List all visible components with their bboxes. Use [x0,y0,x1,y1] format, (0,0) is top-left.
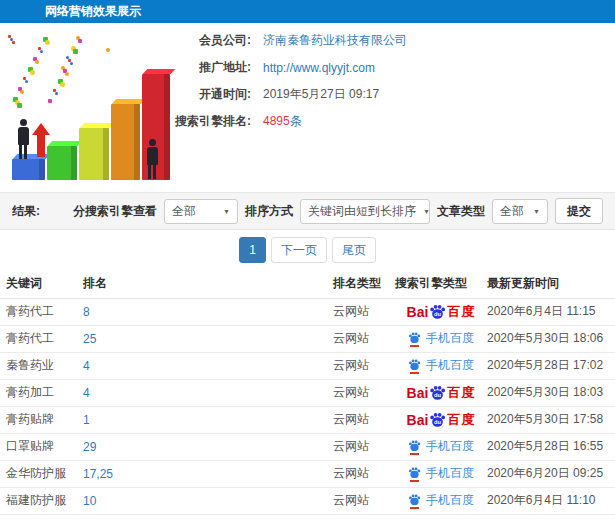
keyword-cell: 膏药贴牌 [0,406,83,433]
updated-cell [487,514,615,520]
engine-cell: Bai du 百度 [395,298,487,325]
engine-select-value: 全部 [172,203,196,220]
mobile-baidu-paw-icon [408,466,421,482]
rank-link[interactable]: 29 [83,433,333,460]
engine-cell: 手机百度 [395,352,487,379]
growth-arrow-icon [32,123,50,157]
table-row: 福建防护服 10 云网站 手机百度 2020年6月4日 11:10 [0,487,615,514]
mobile-baidu-badge: 手机百度 [408,492,474,509]
rank-type-cell: 云网站 [333,460,395,487]
filter-bar: 结果: 分搜索引擎查看 全部 ▼ 排序方式 关键词由短到长排序 ▼ 文章类型 全… [0,192,615,230]
baidu-logo: Bai du 百度 [407,303,476,321]
pagination: 1 下一页 尾页 [0,230,615,270]
col-header-engine-type: 搜索引擎类型 [395,270,487,298]
table-row: 金华防护服 17,25 云网站 手机百度 2020年6月20日 0 [0,460,615,487]
rank-type-cell: 云网站 [333,379,395,406]
rank-link[interactable]: 25 [83,325,333,352]
info-label: 会员公司: [175,32,251,49]
col-header-rank: 排名 [83,270,333,298]
rank-link[interactable]: 17,25 [83,460,333,487]
updated-cell: 2020年5月28日 17:02 [487,352,615,379]
chevron-down-icon: ▼ [223,208,230,215]
keyword-cell: 秦鲁药业 [0,352,83,379]
rank-link[interactable]: 4 [83,352,333,379]
engine-cell: 手机百度 [395,325,487,352]
svg-text:du: du [434,392,441,398]
updated-cell: 2020年5月30日 18:06 [487,325,615,352]
mobile-baidu-paw-icon [408,358,421,374]
baidu-logo: Bai du 百度 [407,411,476,429]
article-type-label: 文章类型 [437,203,485,220]
mobile-baidu-label: 手机百度 [426,438,474,455]
mobile-baidu-paw-icon [408,331,421,347]
bar-chart-illustration [8,35,173,180]
mobile-baidu-paw-icon [408,439,421,455]
company-info: 会员公司: 济南秦鲁药业科技有限公司 推广地址: http://www.qlyy… [175,27,407,135]
businessman-left-figure [15,119,31,159]
rank-type-cell: 云网站 [333,487,395,514]
rank-link[interactable]: 1 [83,406,333,433]
article-type-select[interactable]: 全部 ▼ [492,199,548,224]
summary-section: 会员公司: 济南秦鲁药业科技有限公司 推广地址: http://www.qlyy… [0,23,615,192]
rank-type-cell [333,514,395,520]
article-type-select-value: 全部 [500,203,524,220]
baidu-logo-cn-text: 百度 [447,303,475,321]
info-value[interactable]: http://www.qlyyjt.com [263,61,375,75]
keyword-cell: 金华防护服 [0,460,83,487]
ranking-table: 关键词 排名 排名类型 搜索引擎类型 最新更新时间 膏药代工 8 云网站 Bai… [0,270,615,520]
engine-filter-label: 分搜索引擎查看 [73,203,157,220]
info-value: 2019年5月27日 09:17 [263,86,379,103]
updated-cell: 2020年6月4日 11:15 [487,298,615,325]
rank-type-cell: 云网站 [333,433,395,460]
engine-cell: 手机百度 [395,487,487,514]
keyword-cell: 福建防护服 [0,487,83,514]
mobile-baidu-label: 手机百度 [426,492,474,509]
baidu-logo-bai-text: Bai [407,412,429,428]
mobile-baidu-label: 手机百度 [426,465,474,482]
baidu-paw-icon: du [429,384,446,401]
info-label: 搜索引擎排名: [175,113,251,130]
updated-cell: 2020年6月4日 11:10 [487,487,615,514]
engine-select[interactable]: 全部 ▼ [164,199,238,224]
sort-select[interactable]: 关键词由短到长排序 ▼ [300,199,430,224]
next-page-button[interactable]: 下一页 [271,237,327,263]
mobile-baidu-badge: 手机百度 [408,357,474,374]
result-label: 结果: [12,203,40,220]
info-row: 会员公司: 济南秦鲁药业科技有限公司 [175,27,407,54]
table-row: 膏药加工 4 云网站 Bai du 百度 2020年5月30日 18:03 [0,379,615,406]
info-value[interactable]: 济南秦鲁药业科技有限公司 [263,32,407,49]
table-row: 膏药贴牌 1 云网站 Bai du 百度 2020年5月30日 17:58 [0,406,615,433]
rank-link[interactable]: 4 [83,379,333,406]
updated-cell: 2020年5月30日 17:58 [487,406,615,433]
mobile-baidu-label: 手机百度 [426,330,474,347]
rank-link[interactable]: 8 [83,298,333,325]
rank-link[interactable]: 10 [83,487,333,514]
title-bar: 网络营销效果展示 [0,0,615,23]
mobile-baidu-badge: 手机百度 [408,465,474,482]
engine-cell: 手机百度 [395,514,487,520]
baidu-logo-cn-text: 百度 [447,384,475,402]
rank-type-cell: 云网站 [333,298,395,325]
baidu-paw-icon: du [429,411,446,428]
table-row: 膏药代工 25 云网站 手机百度 2020年5月30日 18:06 [0,325,615,352]
keyword-cell: 膏药代工 [0,298,83,325]
chevron-down-icon: ▼ [423,208,430,215]
engine-cell: 手机百度 [395,460,487,487]
rank-type-cell: 云网站 [333,406,395,433]
rank-link[interactable] [83,514,333,520]
table-row: 手机百度 [0,514,615,520]
updated-cell: 2020年6月20日 09:25 [487,460,615,487]
last-page-button[interactable]: 尾页 [332,237,376,263]
updated-cell: 2020年5月30日 18:03 [487,379,615,406]
page-1-button[interactable]: 1 [239,237,266,263]
mobile-baidu-badge: 手机百度 [408,330,474,347]
engine-cell: Bai du 百度 [395,406,487,433]
info-row: 搜索引擎排名: 4895条 [175,108,407,135]
engine-cell: Bai du 百度 [395,379,487,406]
submit-button[interactable]: 提交 [555,198,603,224]
table-row: 秦鲁药业 4 云网站 手机百度 2020年5月28日 17:02 [0,352,615,379]
baidu-logo-bai-text: Bai [407,304,429,320]
info-row: 开通时间: 2019年5月27日 09:17 [175,81,407,108]
baidu-paw-icon: du [429,303,446,320]
col-header-updated: 最新更新时间 [487,270,615,298]
